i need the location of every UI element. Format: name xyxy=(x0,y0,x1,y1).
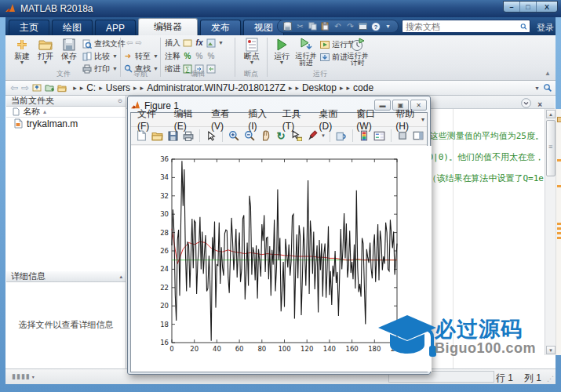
back-icon[interactable]: ⇦ xyxy=(10,82,18,93)
breadcrumb-separator-icon: ▸ xyxy=(132,84,139,92)
warning-marker[interactable] xyxy=(557,185,561,187)
ribbon-collapse-icon[interactable]: ▲ xyxy=(545,70,551,77)
breadcrumb-separator-icon[interactable]: ▸ xyxy=(345,84,352,92)
save-icon[interactable] xyxy=(282,21,293,31)
window-title: MATLAB R2018a xyxy=(20,3,93,14)
figure-menu-工具[interactable]: 工具(T) xyxy=(276,107,313,132)
back-icon: ⇦ xyxy=(126,38,133,47)
uncomment-icon[interactable]: % xyxy=(195,52,204,61)
figure-menu-桌面[interactable]: 桌面(D) xyxy=(313,107,351,132)
search-icon[interactable] xyxy=(520,22,527,31)
save-button[interactable]: 保存▼ xyxy=(57,37,81,65)
x-tick-label: 60 xyxy=(235,345,244,353)
figure-menu-查看[interactable]: 查看(V) xyxy=(205,107,242,132)
warning-marker[interactable] xyxy=(557,232,561,234)
maximize-button[interactable]: □ xyxy=(520,2,537,12)
message-summary-icon[interactable] xyxy=(557,117,561,122)
figure-menu-文件[interactable]: 文件(F) xyxy=(131,107,168,132)
run-time-button[interactable]: 运行并计时 xyxy=(345,37,370,67)
ribbon-group-run: 运行▼ 运行并前进 运行节 前进 运行并计时 运行 xyxy=(268,35,372,80)
scrollbar-thumb[interactable] xyxy=(546,120,556,176)
watermark: 必过源码 Biguo100.com xyxy=(377,314,557,365)
breadcrumb-segment[interactable]: C: xyxy=(85,82,97,93)
statusbar-grip-icon[interactable]: ▮▮▮▮▾ xyxy=(12,372,35,380)
figure-menu-窗口[interactable]: 窗口(W) xyxy=(350,107,389,132)
compare-button[interactable]: 比较▼ xyxy=(82,51,118,61)
run-time-icon xyxy=(345,37,370,53)
warning-marker[interactable] xyxy=(557,159,561,162)
addr-dropdown-icon[interactable]: ▼ xyxy=(534,85,540,91)
up-folder-icon[interactable] xyxy=(32,83,42,93)
column-header-name[interactable]: 名称 ▴ xyxy=(6,107,126,118)
compare-icon xyxy=(82,52,92,61)
y-tick-label: 36 xyxy=(160,155,169,163)
breadcrumb-segment[interactable]: Administrator.WIN7U-20180127Z xyxy=(145,82,287,93)
insert-image-icon[interactable] xyxy=(206,38,216,48)
current-folder-panel: 当前文件夹 ⊙ 名称 ▴ trykalman.m 详细信息 ▴ xyxy=(6,96,126,368)
signin-link[interactable]: 登录 xyxy=(537,22,554,34)
brush-dropdown-icon[interactable]: ▼ xyxy=(321,133,326,138)
paste-icon[interactable] xyxy=(320,21,330,31)
breadcrumb-separator-icon[interactable]: ▸ xyxy=(139,84,146,92)
breakpoints-button[interactable]: 断点▼ xyxy=(239,37,264,65)
addr-search-icon[interactable] xyxy=(543,83,552,93)
breadcrumb-segment[interactable]: Users xyxy=(104,82,132,93)
comment-icon[interactable]: % xyxy=(183,52,192,61)
ribbon-group-navigate: ⇦ ⇨ ➜ 转至▼ 查找▼ 导航 xyxy=(122,35,159,80)
details-header[interactable]: 详细信息 ▴ xyxy=(6,271,126,282)
save-disk-icon xyxy=(57,37,81,53)
tab-主页[interactable]: 主页 xyxy=(9,20,49,35)
figure-menu-编辑[interactable]: 编辑(E) xyxy=(168,107,205,132)
breadcrumb-separator-icon[interactable]: ▸ xyxy=(293,84,301,92)
ribbon: 新建▼ 打开▼ 保存▼ 查找文件 比较▼ xyxy=(5,35,556,81)
current-folder-icon xyxy=(57,83,67,93)
series-noisy-temperature-measurements xyxy=(172,161,397,340)
qat-dropdown-icon[interactable]: ▼ xyxy=(383,21,393,31)
find-files-button[interactable]: 查找文件 xyxy=(82,38,126,49)
open-button[interactable]: 打开▼ xyxy=(34,37,57,65)
breadcrumb-segment[interactable]: code xyxy=(352,82,375,93)
help-icon[interactable]: ? xyxy=(370,21,381,31)
tab-APP[interactable]: APP xyxy=(95,20,136,35)
y-tick-label: 16 xyxy=(160,339,169,347)
desktop-windows-icon[interactable] xyxy=(358,21,368,31)
warning-marker[interactable] xyxy=(557,227,561,230)
tab-绘图[interactable]: 绘图 xyxy=(52,20,93,35)
warning-marker[interactable] xyxy=(557,237,561,239)
editor-actions-icon[interactable] xyxy=(521,97,531,111)
new-button[interactable]: 新建▼ xyxy=(10,37,34,65)
group-label-edit: 编辑 xyxy=(162,69,234,79)
quick-access-toolbar: ✂ ↶ ↷ ? ▼ xyxy=(277,20,399,33)
warning-marker[interactable] xyxy=(557,223,561,225)
details-collapse-icon[interactable]: ▴ xyxy=(119,274,122,280)
run-advance-button[interactable]: 运行并前进 xyxy=(293,37,319,67)
figure-menu-插入[interactable]: 插入(I) xyxy=(242,107,276,132)
close-button[interactable]: X xyxy=(537,2,557,12)
scroll-up-icon[interactable]: ▲ xyxy=(546,110,556,118)
file-row-trykalman[interactable]: trykalman.m xyxy=(6,118,126,129)
minimize-button[interactable]: – xyxy=(504,2,520,12)
breadcrumb-separator-icon[interactable]: ▸ xyxy=(78,84,86,92)
goto-icon: ➜ xyxy=(123,52,133,61)
wrap-comment-icon[interactable]: % xyxy=(206,52,216,61)
advance-button[interactable]: 前进 xyxy=(320,52,348,62)
goto-button[interactable]: ➜ 转至▼ xyxy=(123,51,158,61)
forward-icon[interactable]: ⇨ xyxy=(21,82,29,93)
run-button[interactable]: 运行▼ xyxy=(270,37,293,65)
panel-menu-icon[interactable]: ⊙ xyxy=(118,98,122,104)
x-tick-label: 20 xyxy=(190,345,199,353)
resize-grip-icon[interactable]: ⋰ xyxy=(547,375,554,383)
browse-folder-icon[interactable] xyxy=(45,83,54,93)
search-input[interactable] xyxy=(403,22,520,31)
matlab-logo-icon xyxy=(5,3,16,14)
tab-编辑器[interactable]: 编辑器 xyxy=(138,18,198,35)
current-folder-header: 当前文件夹 ⊙ xyxy=(6,96,126,107)
insert-section-icon[interactable] xyxy=(183,38,192,48)
breadcrumb-segment[interactable]: Desktop xyxy=(301,82,338,93)
doc-search xyxy=(402,20,530,33)
insert-function-icon[interactable]: fx xyxy=(195,38,204,48)
watermark-title: 必过源码 xyxy=(435,318,536,340)
menu-overflow-icon[interactable]: ▾ xyxy=(421,116,424,123)
editor-close-icon[interactable]: × xyxy=(537,100,542,109)
tab-发布[interactable]: 发布 xyxy=(200,20,241,35)
